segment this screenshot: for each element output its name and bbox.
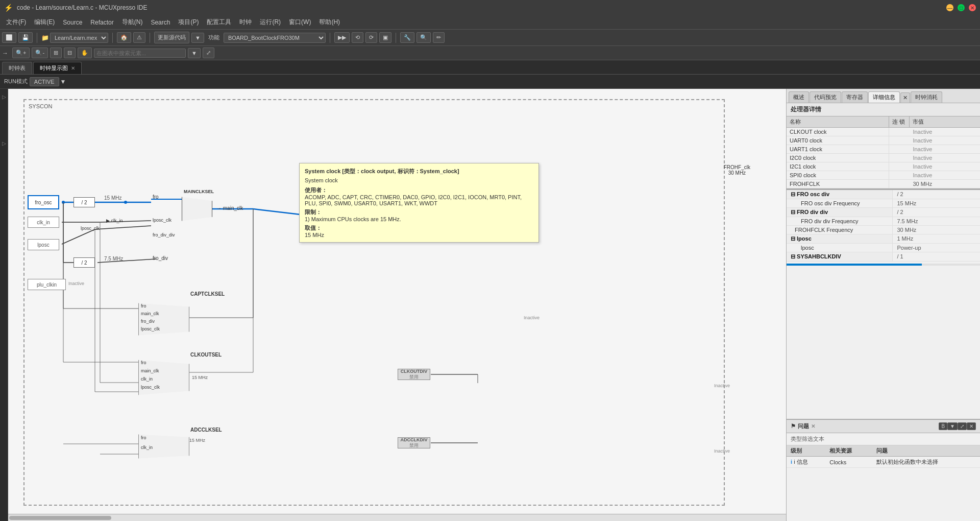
table-row[interactable]: I2C1 clock Inactive [787, 162, 980, 171]
prop-name-frohfclk: FROHFCLK Frequency [787, 226, 893, 234]
sidebar-toggle-icon2[interactable]: ◁ [1, 141, 7, 147]
search-btn[interactable]: ▼ [188, 48, 201, 58]
toolbar-btn-4[interactable]: ▣ [379, 32, 391, 43]
run-mode-button[interactable]: ACTIVE [30, 77, 59, 86]
plu-clkin-box[interactable]: plu_clkin [28, 279, 66, 290]
menu-source[interactable]: Source [59, 17, 86, 28]
menu-config[interactable]: 配置工具 [203, 16, 235, 29]
tab-close-icon[interactable]: ✕ [71, 65, 75, 71]
frohf-label: FROHF_clk 30 MHz [724, 164, 750, 176]
diagram-hscrollbar[interactable] [8, 514, 786, 521]
toolbar-btn-6[interactable]: 🔍 [416, 32, 431, 43]
menu-search[interactable]: Search [146, 17, 174, 28]
run-mode-label: RUN模式 [4, 78, 28, 85]
prop-row-sysahb[interactable]: ⊟ SYSAHBCLKDIV / 1 [787, 252, 980, 262]
tab-overview[interactable]: 概述 [789, 91, 809, 103]
prop-row-fro-osc-div[interactable]: ⊟ FRO osc div / 2 [787, 190, 980, 199]
prop-name-lposc-group: ⊟ lposc [787, 234, 893, 243]
function-selector[interactable]: BOARD_BootClockFRO30M [224, 33, 326, 43]
menu-run[interactable]: 运行(R) [256, 16, 285, 29]
fro-div-div-box[interactable]: / 2 [74, 257, 95, 268]
problem-row-0[interactable]: i i 信息 Clocks 默认初始化函数中未选择 [787, 457, 980, 468]
table-row[interactable]: SPI0 clock Inactive [787, 171, 980, 180]
prop-row-frohfclk[interactable]: FROHFCLK Frequency 30 MHz [787, 226, 980, 234]
hscroll-thumb[interactable] [9, 516, 111, 520]
menu-project[interactable]: 项目(P) [174, 16, 203, 29]
new-button[interactable]: ⬜ [2, 32, 16, 43]
grid-btn[interactable]: ⊟ [64, 48, 76, 58]
clkoutdiv-box[interactable]: CLKOUTDIV 禁用 [398, 369, 430, 380]
tab-clock-diagram[interactable]: 时钟显示图 ✕ [33, 62, 82, 74]
update-code-button[interactable]: 更新源代码 [154, 32, 189, 43]
fro-clk-label: fro [141, 360, 146, 365]
menu-help[interactable]: 帮助(H) [315, 16, 344, 29]
menu-clock[interactable]: 时钟 [235, 16, 256, 29]
zoom-in-btn[interactable]: 🔍+ [12, 48, 30, 58]
lposc-box[interactable]: lposc [28, 239, 59, 250]
menu-edit[interactable]: 编辑(E) [30, 16, 59, 29]
menu-file[interactable]: 文件(F) [2, 16, 30, 29]
problems-close-btn[interactable]: ✕ [967, 422, 976, 430]
home-button[interactable]: 🏠 [117, 32, 131, 43]
lposc-clk-clk-label: lposc_clk [141, 385, 160, 390]
problems-tab-close[interactable]: ✕ [811, 423, 815, 429]
captclksel-label: CAPTCLKSEL [190, 291, 225, 297]
diagram-search[interactable] [94, 49, 186, 58]
toolbar-btn-3[interactable]: ⟳ [365, 32, 377, 43]
problems-expand-btn[interactable]: ⤢ [958, 422, 967, 430]
zoom-out-btn[interactable]: 🔍- [32, 48, 48, 58]
prop-row-fro-div-div[interactable]: ⊟ FRO div div / 2 [787, 208, 980, 217]
prop-row-fro-osc-freq[interactable]: FRO osc div Frequency 15 MHz [787, 199, 980, 208]
right-panel-tabs: 概述 代码预览 寄存器 详细信息 ✕ 时钟消耗 [787, 89, 980, 103]
fro-div-box[interactable]: / 2 [74, 197, 95, 207]
prop-row-fro-div-freq[interactable]: FRO div div Frequency 7.5 MHz [787, 217, 980, 226]
diagram-area[interactable]: SYSCON FROHF_clk 30 MHz [8, 89, 786, 521]
maximize-button[interactable]: □ [958, 4, 965, 11]
table-row[interactable]: FROHFCLK 30 MHz [787, 180, 980, 188]
menu-navigate[interactable]: 导航(N) [118, 16, 147, 29]
minimize-button[interactable]: — [946, 4, 953, 11]
menu-window[interactable]: 窗口(W) [285, 16, 315, 29]
table-row[interactable]: UART1 clock Inactive [787, 145, 980, 154]
tooltip-limit1: 1) Maximum CPUs clocks are 15 MHz. [305, 216, 533, 222]
tab-code-preview[interactable]: 代码预览 [810, 91, 841, 103]
main-clk-clk-label: main_clk [141, 368, 159, 373]
fro-osc-box[interactable]: fro_osc [28, 195, 59, 209]
table-row[interactable]: I2C0 clock Inactive [787, 154, 980, 162]
dropdown-icon[interactable]: ▼ [60, 78, 66, 85]
tab-clock-consumption[interactable]: 时钟消耗 [911, 91, 942, 103]
warning-button[interactable]: ⚠ [133, 32, 145, 43]
pan-btn[interactable]: ✋ [78, 48, 92, 58]
toolbar-btn-7[interactable]: ✏ [433, 32, 445, 43]
prop-row-lposc[interactable]: ⊟ lposc 1 MHz [787, 234, 980, 244]
adcclkdiv-box[interactable]: ADCCLKDIV 禁用 [398, 437, 430, 448]
fit-btn[interactable]: ⊞ [50, 48, 62, 58]
toolbar-btn-1[interactable]: ▶▶ [334, 32, 350, 43]
update-dropdown[interactable]: ▼ [191, 33, 204, 43]
tab-close-detail[interactable]: ✕ [900, 92, 910, 103]
prop-row-lposc-val[interactable]: lposc Power-up [787, 244, 980, 252]
toolbar-btn-2[interactable]: ⟲ [352, 32, 363, 43]
nav-arrow-left[interactable]: → [2, 50, 8, 57]
table-row[interactable]: UART0 clock Inactive [787, 136, 980, 145]
problems-filter-btn[interactable]: B [939, 422, 947, 430]
tab-clock-table[interactable]: 时钟表 [2, 62, 32, 74]
problems-sort-btn[interactable]: ▼ [947, 422, 958, 430]
tab-details[interactable]: 详细信息 [868, 91, 900, 103]
toolbar-btn-5[interactable]: 🔧 [400, 32, 414, 43]
right-table-header: 名称 连 锁 市值 [787, 116, 980, 128]
close-button[interactable]: ✕ [969, 4, 976, 11]
clk-in-box[interactable]: clk_in [28, 217, 59, 228]
fro-adc-label: fro [141, 435, 146, 440]
sidebar-toggle-icon[interactable]: ◁ [1, 95, 7, 101]
menu-refactor[interactable]: Refactor [86, 17, 117, 28]
table-row[interactable]: CLKOUT clock Inactive [787, 128, 980, 136]
window-controls: — □ ✕ [946, 4, 976, 11]
save-button[interactable]: 💾 [18, 32, 33, 43]
col-issue: 问题 [872, 445, 980, 457]
tab-registers[interactable]: 寄存器 [842, 91, 868, 103]
project-selector[interactable]: Learn/Learn.mex [50, 33, 108, 43]
adc-inactive-label: Inactive [714, 448, 730, 454]
prop-name-fro-osc-freq: FRO osc div Frequency [787, 199, 893, 207]
expand-btn[interactable]: ⤢ [203, 48, 214, 58]
